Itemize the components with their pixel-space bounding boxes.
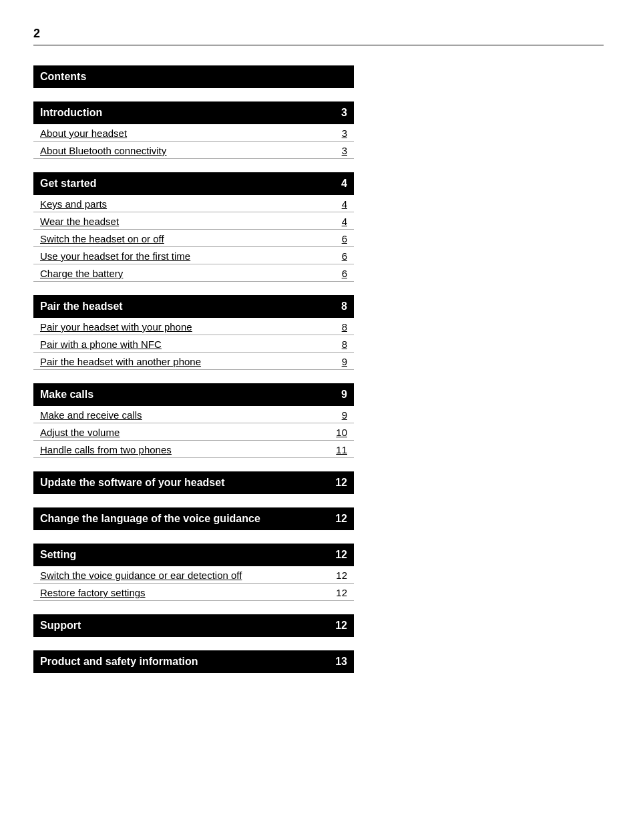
setting-page: 12	[335, 549, 347, 561]
toc-entry-pair-phone[interactable]: Pair your headset with your phone 8	[33, 318, 354, 335]
toc-entry-pair-another[interactable]: Pair the headset with another phone 9	[33, 353, 354, 370]
introduction-page: 3	[341, 107, 347, 119]
pair-phone-page: 8	[334, 321, 347, 333]
first-time-page: 6	[334, 250, 347, 262]
about-headset-label: About your headset	[40, 128, 127, 139]
change-language-title: Change the language of the voice guidanc…	[40, 513, 260, 525]
toc-entry-adjust-volume[interactable]: Adjust the volume 10	[33, 423, 354, 441]
switch-on-off-label: Switch the headset on or off	[40, 233, 164, 244]
get-started-page: 4	[341, 178, 347, 190]
wear-headset-label: Wear the headset	[40, 216, 119, 227]
toc-entry-switch-on-off[interactable]: Switch the headset on or off 6	[33, 230, 354, 247]
first-time-label: Use your headset for the first time	[40, 250, 190, 262]
toc-entry-keys-parts[interactable]: Keys and parts 4	[33, 195, 354, 212]
section-get-started: Get started 4 Keys and parts 4 Wear the …	[33, 172, 354, 282]
page-number: 2	[33, 27, 604, 41]
pair-headset-page: 8	[341, 300, 347, 312]
product-safety-header: Product and safety information 13	[33, 650, 354, 673]
pair-headset-header: Pair the headset 8	[33, 295, 354, 318]
keys-parts-page: 4	[334, 198, 347, 210]
toc-entry-bluetooth[interactable]: About Bluetooth connectivity 3	[33, 142, 354, 159]
switch-on-off-page: 6	[334, 233, 347, 244]
pair-another-page: 9	[334, 356, 347, 367]
toc-entry-charge-battery[interactable]: Charge the battery 6	[33, 264, 354, 282]
pair-headset-title: Pair the headset	[40, 300, 123, 312]
voice-guidance-page: 12	[334, 570, 347, 581]
toc-entry-handle-calls[interactable]: Handle calls from two phones 11	[33, 441, 354, 458]
charge-battery-label: Charge the battery	[40, 268, 123, 279]
top-divider	[33, 45, 604, 45]
section-support: Support 12	[33, 614, 354, 637]
section-update-software: Update the software of your headset 12	[33, 471, 354, 494]
section-introduction: Introduction 3 About your headset 3 Abou…	[33, 101, 354, 159]
adjust-volume-label: Adjust the volume	[40, 427, 120, 438]
pair-nfc-page: 8	[334, 339, 347, 350]
toc-entry-wear-headset[interactable]: Wear the headset 4	[33, 212, 354, 230]
support-page: 12	[335, 620, 347, 632]
toc-container: Contents Introduction 3 About your heads…	[33, 65, 354, 673]
toc-entry-about-headset[interactable]: About your headset 3	[33, 124, 354, 142]
about-headset-page: 3	[334, 128, 347, 139]
contents-header: Contents	[33, 65, 354, 88]
make-calls-title: Make calls	[40, 389, 93, 401]
toc-entry-restore-factory[interactable]: Restore factory settings 12	[33, 584, 354, 601]
make-receive-page: 9	[334, 409, 347, 421]
get-started-title: Get started	[40, 178, 96, 190]
section-make-calls: Make calls 9 Make and receive calls 9 Ad…	[33, 383, 354, 458]
toc-entry-pair-nfc[interactable]: Pair with a phone with NFC 8	[33, 335, 354, 353]
bluetooth-page: 3	[334, 145, 347, 156]
wear-headset-page: 4	[334, 216, 347, 227]
support-header: Support 12	[33, 614, 354, 637]
get-started-header: Get started 4	[33, 172, 354, 195]
introduction-header: Introduction 3	[33, 101, 354, 124]
update-software-header: Update the software of your headset 12	[33, 471, 354, 494]
setting-title: Setting	[40, 549, 76, 561]
change-language-page: 12	[335, 513, 347, 525]
restore-factory-page: 12	[334, 587, 347, 598]
section-product-safety: Product and safety information 13	[33, 650, 354, 673]
handle-calls-page: 11	[334, 444, 347, 455]
product-safety-title: Product and safety information	[40, 656, 198, 668]
section-pair-headset: Pair the headset 8 Pair your headset wit…	[33, 295, 354, 370]
product-safety-page: 13	[335, 656, 347, 668]
restore-factory-label: Restore factory settings	[40, 587, 334, 598]
setting-header: Setting 12	[33, 544, 354, 566]
make-receive-label: Make and receive calls	[40, 409, 142, 421]
pair-phone-label: Pair your headset with your phone	[40, 321, 192, 333]
handle-calls-label: Handle calls from two phones	[40, 444, 172, 455]
section-setting: Setting 12 Switch the voice guidance or …	[33, 544, 354, 601]
update-software-title: Update the software of your headset	[40, 477, 225, 489]
contents-title: Contents	[40, 71, 86, 83]
update-software-page: 12	[335, 477, 347, 489]
pair-another-label: Pair the headset with another phone	[40, 356, 201, 367]
make-calls-page: 9	[341, 389, 347, 401]
voice-guidance-label: Switch the voice guidance or ear detecti…	[40, 570, 334, 581]
support-title: Support	[40, 620, 81, 632]
section-change-language: Change the language of the voice guidanc…	[33, 507, 354, 530]
toc-entry-make-receive[interactable]: Make and receive calls 9	[33, 406, 354, 423]
contents-header-block: Contents	[33, 65, 354, 88]
charge-battery-page: 6	[334, 268, 347, 279]
keys-parts-label: Keys and parts	[40, 198, 107, 210]
adjust-volume-page: 10	[334, 427, 347, 438]
change-language-header: Change the language of the voice guidanc…	[33, 507, 354, 530]
pair-nfc-label: Pair with a phone with NFC	[40, 339, 162, 350]
toc-entry-voice-guidance[interactable]: Switch the voice guidance or ear detecti…	[33, 566, 354, 584]
introduction-title: Introduction	[40, 107, 102, 119]
bluetooth-label: About Bluetooth connectivity	[40, 145, 166, 156]
toc-entry-first-time[interactable]: Use your headset for the first time 6	[33, 247, 354, 264]
make-calls-header: Make calls 9	[33, 383, 354, 406]
